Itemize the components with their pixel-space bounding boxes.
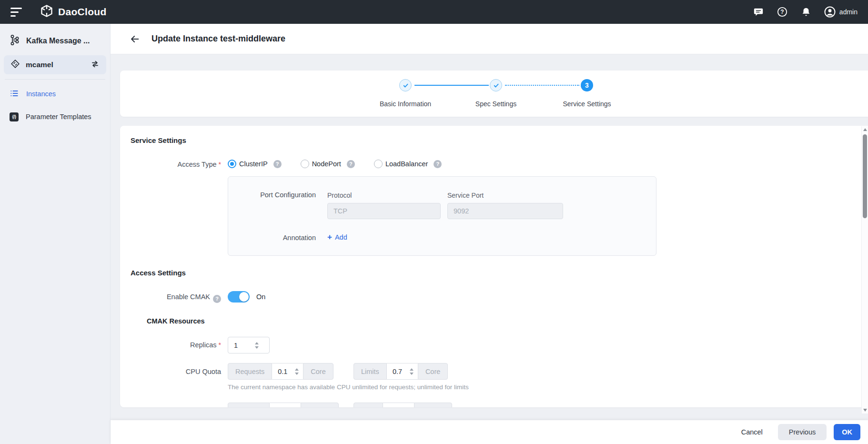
memory-requests-group	[228, 403, 339, 407]
step-label: Spec Settings	[458, 100, 534, 108]
enable-cmak-toggle[interactable]	[228, 291, 250, 303]
cluster-selector[interactable]: mcamel	[4, 55, 106, 74]
cpu-requests-group: Requests Core	[228, 363, 333, 380]
help-question-icon[interactable]: ?	[273, 160, 282, 168]
footer-action-bar: Cancel Previous OK	[111, 420, 868, 444]
service-port-label: Service Port	[447, 192, 484, 199]
help-question-icon[interactable]: ?	[434, 160, 442, 168]
cpu-quota-label: CPU Quota	[120, 368, 221, 375]
section-heading-access-settings: Access Settings	[131, 269, 186, 277]
radio-button-selected[interactable]	[228, 160, 236, 168]
switch-cluster-icon[interactable]	[91, 60, 100, 71]
enable-cmak-label: Enable CMAK?	[120, 293, 221, 303]
cpu-requests-input-box	[272, 363, 303, 380]
sidebar-divider	[5, 79, 105, 80]
replicas-stepper[interactable]	[253, 342, 263, 349]
radio-button[interactable]	[374, 160, 383, 168]
increment-icon[interactable]	[295, 368, 299, 371]
stepper-connector	[505, 85, 579, 86]
cluster-icon	[10, 59, 20, 71]
username-label: admin	[839, 8, 858, 16]
decrement-icon[interactable]	[295, 373, 299, 375]
increment-icon[interactable]	[255, 342, 259, 344]
scrollbar-thumb[interactable]	[863, 134, 867, 218]
memory-requests-input[interactable]	[270, 407, 291, 408]
memory-limits-group	[353, 403, 452, 407]
brand-name: DaoCloud	[58, 6, 107, 18]
stepper: 3 Basic Information Spec Settings Servic…	[367, 79, 682, 115]
sidebar-item-label: Instances	[26, 90, 56, 98]
message-icon[interactable]	[753, 6, 764, 18]
section-heading-service-settings: Service Settings	[131, 136, 186, 144]
limits-addon: Limits	[353, 363, 387, 380]
template-icon: {/}	[10, 112, 19, 121]
access-type-radio-group: ClusterIP ? NodePort ? LoadBalancer ?	[228, 160, 442, 168]
protocol-label: Protocol	[327, 192, 352, 199]
port-configuration-label: Port Configuration	[228, 191, 316, 199]
help-question-icon[interactable]: ?	[213, 295, 221, 303]
step-label: Service Settings	[549, 100, 625, 108]
help-icon[interactable]: ?	[777, 6, 788, 18]
hamburger-menu-icon[interactable]	[10, 8, 22, 17]
sidebar: Kafka Message ... mcamel	[0, 24, 111, 444]
bell-icon[interactable]	[800, 6, 812, 18]
add-annotation-button[interactable]: + Add	[327, 233, 347, 241]
list-icon	[10, 89, 19, 100]
annotation-label: Annotation	[228, 234, 316, 242]
cpu-limits-group: Limits Core	[353, 363, 448, 380]
decrement-icon[interactable]	[410, 373, 414, 375]
memory-limits-input[interactable]	[383, 407, 404, 408]
sidebar-item-parameter-templates[interactable]: {/} Parameter Templates	[0, 105, 110, 128]
service-port-input	[447, 203, 563, 219]
cpu-requests-stepper[interactable]	[293, 368, 303, 375]
replicas-input[interactable]	[228, 342, 253, 349]
daocloud-logo-icon	[40, 4, 53, 20]
step-spec-settings[interactable]	[490, 79, 502, 91]
replicas-input-box	[228, 337, 270, 353]
page-title: Update Instance test-middleware	[151, 34, 285, 44]
requests-addon: Requests	[228, 363, 272, 380]
vertical-scrollbar[interactable]	[861, 126, 868, 414]
sidebar-item-instances[interactable]: Instances	[0, 82, 110, 105]
content-area: 3 Basic Information Spec Settings Servic…	[111, 54, 868, 420]
cpu-limits-input-box	[387, 363, 418, 380]
cpu-requests-input[interactable]	[272, 368, 293, 375]
cpu-quota-hint: The current namespace has available CPU …	[228, 383, 469, 391]
core-unit-addon: Core	[303, 363, 333, 380]
required-asterisk: *	[219, 161, 221, 168]
back-button[interactable]	[129, 33, 141, 45]
radio-clusterip[interactable]: ClusterIP ?	[228, 160, 282, 168]
step-basic-information[interactable]	[399, 79, 412, 91]
cpu-limits-input[interactable]	[387, 368, 408, 375]
replicas-label: Replicas*	[120, 341, 221, 349]
plus-icon: +	[327, 233, 332, 241]
avatar-icon	[824, 6, 836, 18]
core-unit-addon: Core	[418, 363, 448, 380]
access-type-label: Access Type*	[120, 161, 221, 168]
radio-loadbalancer[interactable]: LoadBalancer ?	[374, 160, 442, 168]
ok-button[interactable]: OK	[834, 424, 860, 440]
increment-icon[interactable]	[410, 368, 414, 371]
sidebar-item-label: Parameter Templates	[26, 113, 91, 121]
toggle-state-label: On	[256, 293, 265, 301]
cpu-limits-stepper[interactable]	[408, 368, 418, 375]
form-card: Service Settings Access Type* ClusterIP …	[120, 126, 868, 407]
radio-button[interactable]	[301, 160, 309, 168]
protocol-input	[327, 203, 441, 219]
previous-button[interactable]: Previous	[778, 424, 827, 440]
cancel-button[interactable]: Cancel	[737, 424, 767, 440]
stepper-card: 3 Basic Information Spec Settings Servic…	[120, 71, 868, 117]
step-label: Basic Information	[367, 100, 444, 108]
radio-nodeport[interactable]: NodePort ?	[301, 160, 355, 168]
user-menu[interactable]: admin	[824, 6, 858, 18]
decrement-icon[interactable]	[255, 346, 259, 349]
scroll-down-arrow[interactable]	[863, 409, 867, 412]
help-question-icon[interactable]: ?	[347, 160, 355, 168]
cmak-resources-heading: CMAK Resources	[147, 317, 205, 325]
step-service-settings[interactable]: 3	[581, 79, 593, 91]
page-header: Update Instance test-middleware	[111, 24, 868, 54]
scroll-up-arrow[interactable]	[863, 128, 867, 131]
workspace-row[interactable]: Kafka Message ...	[0, 29, 110, 54]
required-asterisk: *	[219, 341, 221, 349]
stepper-connector	[414, 85, 489, 86]
